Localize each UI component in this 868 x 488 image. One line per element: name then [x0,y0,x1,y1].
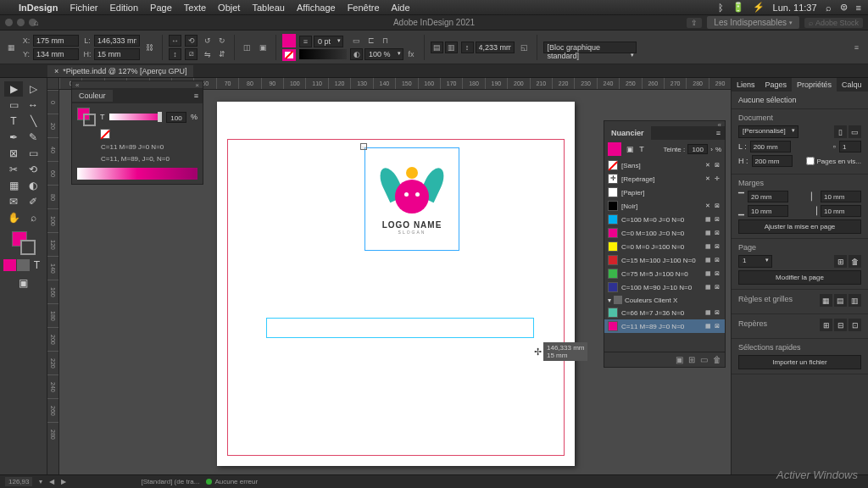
margin-top-input[interactable] [748,191,788,202]
text-target-icon[interactable]: T [100,113,105,121]
direct-selection-tool[interactable]: ▷ [24,81,42,97]
color-fill-stroke[interactable] [77,108,96,126]
color-spectrum[interactable] [77,168,198,180]
arrow-left-icon[interactable]: ◀ [49,478,54,485]
edit-page-button[interactable]: Modifier la page [738,270,861,285]
stroke-weight[interactable]: 0 pt [314,36,343,47]
object-style-select[interactable]: [Bloc graphique standard] [543,42,637,53]
h-input[interactable] [94,48,140,60]
swatch-item[interactable]: [Noir]✕⊠ [604,199,725,213]
portrait-icon[interactable]: ▯ [834,125,847,138]
current-fill-swatch[interactable] [608,142,621,156]
tab-proprietes[interactable]: Propriétés [792,78,837,92]
swatch-item[interactable]: C=100 M=0 J=0 N=0▦⊠ [604,213,725,226]
page-select[interactable]: 1 [738,255,772,268]
preflight-status[interactable]: Aucune erreur [206,478,258,485]
gradient-feather-tool[interactable]: ◐ [24,178,42,193]
pages-count-input[interactable] [839,141,861,152]
line-tool[interactable]: ╲ [24,114,42,129]
preflight-preset[interactable]: [Standard] (de tra... [141,478,199,485]
panel-collapse-icon[interactable]: « [75,81,79,88]
siri-icon[interactable]: ≡ [856,3,861,13]
apply-none[interactable] [17,259,30,271]
delete-swatch-icon[interactable]: 🗑 [713,355,721,364]
text-wrap1-icon[interactable]: ▤ [431,42,443,53]
stroke-swatch[interactable] [282,49,296,61]
arrow-right-icon[interactable]: ▶ [61,478,66,485]
grid1-icon[interactable]: ▦ [820,294,832,307]
guide1-icon[interactable]: ⊞ [820,319,832,331]
none-color-icon[interactable] [100,129,110,139]
facing-pages-check[interactable] [806,157,815,165]
clock[interactable]: Lun. 11:37 [773,3,817,13]
eyedropper-tool[interactable]: ✐ [24,194,42,209]
menu-page[interactable]: Page [150,3,172,13]
flip-v-icon[interactable]: ⇵ [215,48,228,60]
constrain-icon[interactable]: ⛓ [143,42,156,53]
rotate-cw-icon[interactable]: ↻ [215,35,228,47]
swatch-group[interactable]: ▾ Couleurs Client X [604,294,725,306]
control-center-icon[interactable]: ⊜ [840,2,848,13]
menu-aide[interactable]: Aide [392,3,410,13]
formatting-text[interactable]: T [31,259,43,271]
rotate-ccw-icon[interactable]: ↺ [201,35,214,47]
swatch-item[interactable]: C=66 M=7 J=36 N=0▦⊠ [604,306,725,319]
swatch-item[interactable]: [Papier] [604,186,725,199]
opacity-input[interactable]: 100 % [364,48,403,60]
view-mode[interactable]: ▣ [14,275,33,291]
shear-icon[interactable]: ⧄ [185,48,198,60]
apply-color[interactable] [3,259,16,271]
type-tool[interactable]: T [4,114,23,129]
logo-frame[interactable]: ⊞ LOGO NAME SLOGAN [364,147,459,251]
reference-point[interactable]: ▦ [5,42,18,53]
tab-pages[interactable]: Pages [760,78,793,92]
text-wrap2-icon[interactable]: ▥ [445,42,458,53]
close-icon[interactable]: × [54,67,58,75]
x-input[interactable] [33,35,79,47]
swatch-item[interactable]: C=100 M=90 J=10 N=0▦⊠ [604,280,725,294]
transform-tool[interactable]: ⟲ [24,162,42,177]
tint-slider[interactable] [109,114,162,120]
menu-icon[interactable]: ≡ [850,42,863,53]
window-traffic-lights[interactable] [5,19,36,26]
zoom-tool[interactable]: ⌕ [24,210,42,225]
panel-close-icon[interactable]: × [195,81,199,88]
select-content-icon[interactable]: ▣ [257,42,270,53]
swatch-item[interactable]: C=11 M=89 J=0 N=0▦⊠ [604,319,725,333]
color-tab[interactable]: Couleur [72,90,113,102]
swatch-item[interactable]: ✛[Repérage]✕✛ [604,172,725,186]
stroke-style[interactable] [299,49,347,59]
page-tool[interactable]: ▭ [4,97,23,113]
align-stroke-icon[interactable]: ▭ [350,35,363,47]
import-file-button[interactable]: Importer un fichier [738,355,861,369]
tint-value[interactable]: 100 [166,112,186,123]
swatch-item[interactable]: C=15 M=100 J=100 N=0▦⊠ [604,253,725,267]
hand-tool[interactable]: ✋ [4,210,23,225]
gap-tool[interactable]: ↔ [24,97,42,113]
app-menu-name[interactable]: InDesign [19,3,58,13]
y-input[interactable] [33,48,79,60]
w-input[interactable] [94,35,140,47]
gap-input[interactable] [476,42,515,53]
bluetooth-icon[interactable]: ᛒ [718,3,724,13]
text-icon[interactable]: T [637,144,647,154]
page-delete-icon[interactable]: 🗑 [849,255,861,268]
menu-fenetre[interactable]: Fenêtre [348,3,380,13]
selection-tool[interactable]: ▶ [4,81,23,97]
ruler-origin[interactable] [47,78,59,90]
grid3-icon[interactable]: ▥ [849,294,861,307]
guide3-icon[interactable]: ⊡ [849,319,861,331]
workspace-selector[interactable]: Les Indispensables ▾ [707,16,799,29]
scale-y-icon[interactable]: ↕ [169,48,181,60]
document-tab[interactable]: × *Pipette.indd @ 127% [Aperçu GPU] [47,65,193,77]
margin-right-input[interactable] [821,205,861,217]
doc-height-input[interactable] [752,155,793,167]
swatch-item[interactable]: C=75 M=5 J=100 N=0▦⊠ [604,267,725,280]
new-folder-icon[interactable]: ▭ [700,355,708,364]
spotlight-icon[interactable]: ⌕ [826,3,832,13]
tab-calques[interactable]: Calqu [837,78,867,92]
page-add-icon[interactable]: ⊞ [834,255,847,268]
battery-icon[interactable]: 🔋 [732,2,744,13]
menu-tableau[interactable]: Tableau [252,3,285,13]
flip-h-icon[interactable]: ⇋ [201,48,214,60]
